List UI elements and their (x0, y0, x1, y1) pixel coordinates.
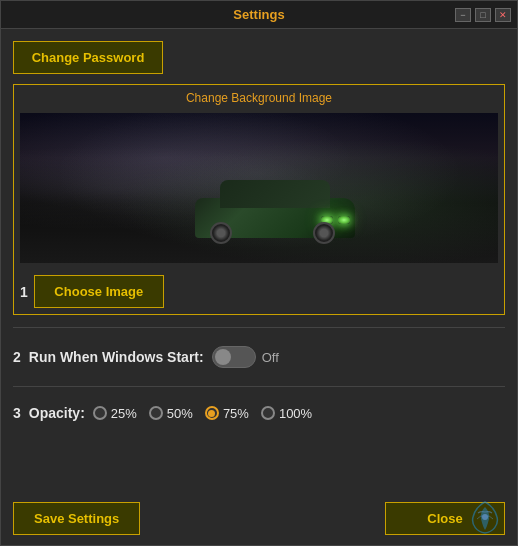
opacity-100-label: 100% (279, 406, 312, 421)
close-window-button[interactable]: ✕ (495, 8, 511, 22)
choose-btn-wrapper: 1 Choose Image (20, 275, 164, 308)
bg-image-section: Change Background Image (13, 84, 505, 315)
divider-2 (13, 386, 505, 387)
bg-image-label: Change Background Image (186, 91, 332, 105)
car-top (220, 180, 330, 208)
opacity-step-number: 3 (13, 405, 21, 421)
settings-content: Change Password Change Background Image (1, 29, 517, 494)
title-bar: Settings − □ ✕ (1, 1, 517, 29)
opacity-50-radio[interactable] (149, 406, 163, 420)
maximize-button[interactable]: □ (475, 8, 491, 22)
opacity-100-option[interactable]: 100% (261, 406, 312, 421)
title-buttons: − □ ✕ (455, 8, 511, 22)
opacity-25-radio[interactable] (93, 406, 107, 420)
startup-label: Run When Windows Start: (29, 349, 204, 365)
divider-1 (13, 327, 505, 328)
opacity-75-label: 75% (223, 406, 249, 421)
wheel-left (210, 222, 232, 244)
minimize-button[interactable]: − (455, 8, 471, 22)
opacity-row: 3 Opacity: 25% 50% 75% (13, 399, 505, 427)
save-settings-button[interactable]: Save Settings (13, 502, 140, 535)
opacity-25-option[interactable]: 25% (93, 406, 137, 421)
toggle-state-label: Off (262, 350, 279, 365)
run-on-startup-row: 2 Run When Windows Start: Off (13, 340, 505, 374)
window-title: Settings (233, 7, 284, 22)
opacity-75-radio-inner (208, 410, 215, 417)
toggle-container: Off (212, 346, 279, 368)
car-body (195, 183, 355, 238)
startup-toggle[interactable] (212, 346, 256, 368)
change-password-button[interactable]: Change Password (13, 41, 163, 74)
image-row (20, 113, 498, 263)
opacity-75-radio[interactable] (205, 406, 219, 420)
opacity-50-option[interactable]: 50% (149, 406, 193, 421)
opacity-75-option[interactable]: 75% (205, 406, 249, 421)
opacity-options: 25% 50% 75% 100% (93, 406, 312, 421)
opacity-100-radio[interactable] (261, 406, 275, 420)
footer-right: Close (385, 502, 505, 535)
startup-step-number: 2 (13, 349, 21, 365)
opacity-25-label: 25% (111, 406, 137, 421)
opacity-label: Opacity: (29, 405, 85, 421)
choose-image-step-number: 1 (20, 284, 28, 300)
toggle-knob (215, 349, 231, 365)
footer: Save Settings Close (1, 494, 517, 545)
car-scene (20, 113, 498, 263)
headlight-left (338, 216, 350, 224)
settings-window: Settings − □ ✕ Change Password Change Ba… (0, 0, 518, 546)
svg-point-0 (482, 514, 488, 520)
image-preview (20, 113, 498, 263)
wheel-right (313, 222, 335, 244)
choose-image-button[interactable]: Choose Image (34, 275, 164, 308)
opacity-50-label: 50% (167, 406, 193, 421)
watermark-icon (465, 497, 505, 537)
